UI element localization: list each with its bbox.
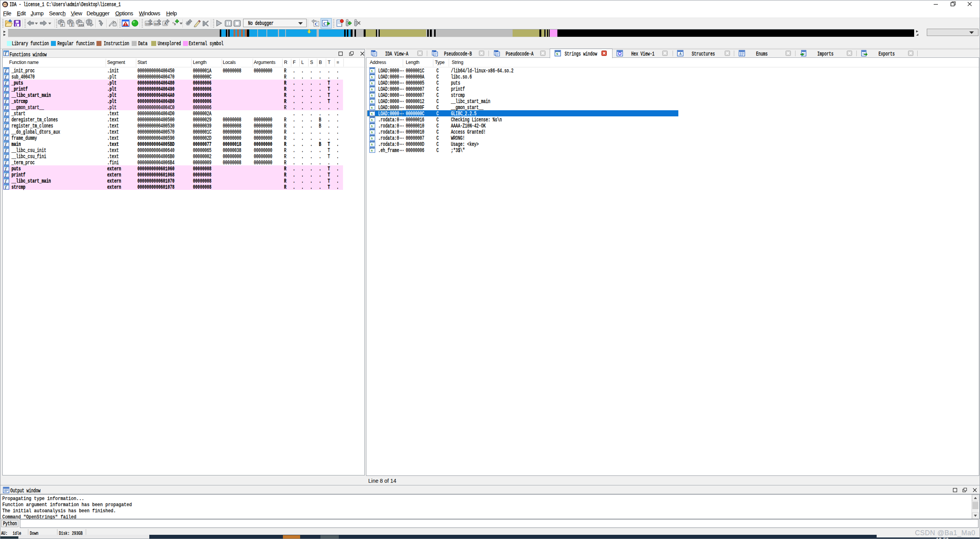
svg-text:s: s xyxy=(371,68,372,73)
svg-text:s: s xyxy=(371,93,372,97)
svg-text:C: C xyxy=(323,21,327,26)
svg-text:’: ’ xyxy=(373,105,374,108)
svg-text:T: T xyxy=(71,23,74,27)
svg-text:’: ’ xyxy=(373,68,374,71)
svg-text:’: ’ xyxy=(373,92,374,96)
svg-text:s: s xyxy=(556,51,558,56)
svg-text:’: ’ xyxy=(373,74,374,77)
svg-text:’: ’ xyxy=(373,135,374,139)
svg-text:s: s xyxy=(371,87,372,91)
svg-text:s: s xyxy=(371,80,372,85)
svg-text:s: s xyxy=(371,99,372,103)
svg-text:’: ’ xyxy=(373,117,374,120)
svg-text:’: ’ xyxy=(373,80,374,83)
svg-text:s: s xyxy=(371,136,372,140)
svg-text:DATA: DATA xyxy=(155,23,161,25)
svg-text:’: ’ xyxy=(559,51,560,54)
svg-text:’: ’ xyxy=(373,141,374,145)
svg-text:’: ’ xyxy=(373,98,374,102)
svg-text:s: s xyxy=(371,74,372,79)
svg-text:s: s xyxy=(371,142,372,146)
svg-text:CODE: CODE xyxy=(146,23,153,25)
svg-text:101: 101 xyxy=(79,23,84,27)
svg-text:’: ’ xyxy=(373,147,374,151)
svg-text:’: ’ xyxy=(373,111,374,114)
svg-text:s: s xyxy=(371,129,372,134)
svg-text:s: s xyxy=(371,117,372,122)
svg-text:’: ’ xyxy=(373,123,374,126)
svg-text:’: ’ xyxy=(373,129,374,132)
svg-text:#: # xyxy=(61,23,63,27)
svg-text:’: ’ xyxy=(373,86,374,90)
svg-text:s: s xyxy=(371,148,372,152)
svg-text:s: s xyxy=(371,111,372,116)
svg-text:C: C xyxy=(315,21,318,27)
svg-text:s: s xyxy=(371,123,372,128)
svg-text:A: A xyxy=(679,51,682,56)
svg-text:s: s xyxy=(371,105,372,109)
